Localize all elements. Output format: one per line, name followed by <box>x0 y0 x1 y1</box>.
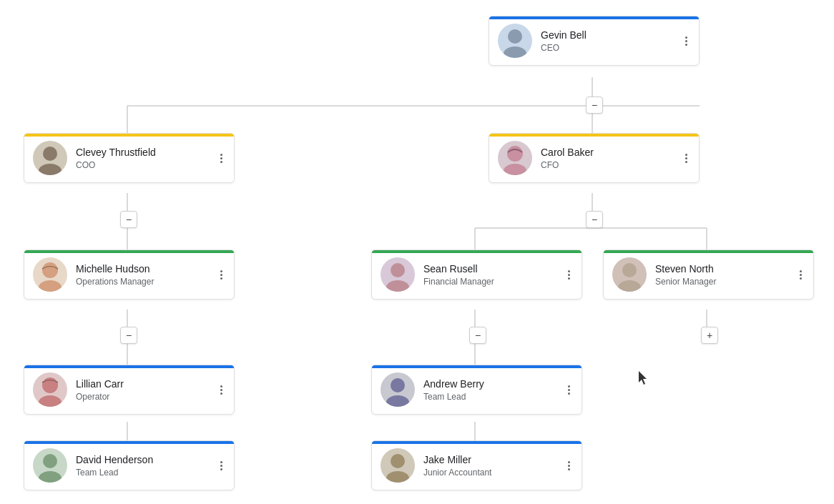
node-info-clevey: Clevey Thrustfield COO <box>76 146 217 170</box>
node-lillian-carr[interactable]: Lillian Carr Operator <box>24 365 235 415</box>
toggle-btn-1[interactable]: − <box>586 97 603 114</box>
node-title-lillian: Operator <box>76 392 217 402</box>
node-menu-carol[interactable] <box>682 151 690 166</box>
node-menu-david[interactable] <box>217 458 225 473</box>
svg-point-18 <box>508 29 522 44</box>
node-info-steven: Steven North Senior Manager <box>655 262 797 287</box>
node-menu-clevey[interactable] <box>217 151 225 166</box>
avatar-andrew <box>381 372 415 407</box>
node-steven-north[interactable]: Steven North Senior Manager <box>603 249 814 300</box>
svg-point-22 <box>507 146 523 162</box>
avatar-lillian <box>33 372 67 407</box>
org-chart: Gevin Bell CEO − Clevey Thrustfield COO … <box>0 0 834 504</box>
node-title-carol: CFO <box>541 160 682 170</box>
node-title-michelle: Operations Manager <box>76 277 217 287</box>
node-sean-rusell[interactable]: Sean Rusell Financial Manager <box>371 249 582 300</box>
node-jake-miller[interactable]: Jake Miller Junior Accountant <box>371 440 582 490</box>
node-name-gevin: Gevin Bell <box>541 29 682 41</box>
toggle-btn-5[interactable]: − <box>469 327 486 344</box>
svg-point-35 <box>39 471 62 483</box>
node-name-jake: Jake Miller <box>423 453 565 466</box>
svg-point-36 <box>391 454 405 468</box>
toggle-btn-3[interactable]: − <box>586 211 603 228</box>
node-menu-jake[interactable] <box>565 458 573 473</box>
svg-point-29 <box>618 280 641 292</box>
node-name-steven: Steven North <box>655 262 797 275</box>
cursor <box>639 371 647 384</box>
node-info-david: David Henderson Team Lead <box>76 453 217 478</box>
avatar-jake <box>381 448 415 483</box>
node-menu-andrew[interactable] <box>565 382 573 397</box>
node-menu-steven[interactable] <box>797 267 805 282</box>
node-info-jake: Jake Miller Junior Accountant <box>423 453 565 478</box>
node-name-michelle: Michelle Hudson <box>76 262 217 275</box>
node-andrew-berry[interactable]: Andrew Berry Team Lead <box>371 365 582 415</box>
node-name-carol: Carol Baker <box>541 146 682 159</box>
node-info-andrew: Andrew Berry Team Lead <box>423 377 565 402</box>
node-title-andrew: Team Lead <box>423 392 565 402</box>
svg-point-32 <box>391 378 405 392</box>
avatar-carol <box>498 141 532 175</box>
node-david-henderson[interactable]: David Henderson Team Lead <box>24 440 235 490</box>
node-info-carol: Carol Baker CFO <box>541 146 682 170</box>
avatar-clevey <box>33 141 67 175</box>
node-name-lillian: Lillian Carr <box>76 377 217 390</box>
toggle-symbol-5: − <box>475 330 481 341</box>
node-michelle-hudson[interactable]: Michelle Hudson Operations Manager <box>24 249 235 300</box>
svg-point-26 <box>391 263 405 277</box>
svg-point-28 <box>622 263 637 277</box>
node-name-david: David Henderson <box>76 453 217 466</box>
avatar-steven <box>612 257 647 292</box>
node-name-sean: Sean Rusell <box>423 262 565 275</box>
avatar-michelle <box>33 257 67 292</box>
toggle-btn-6[interactable]: + <box>701 327 718 344</box>
toggle-symbol-2: − <box>126 214 132 225</box>
svg-point-33 <box>386 395 409 407</box>
toggle-btn-2[interactable]: − <box>120 211 137 228</box>
svg-point-24 <box>42 262 58 278</box>
node-info-lillian: Lillian Carr Operator <box>76 377 217 402</box>
node-menu-michelle[interactable] <box>217 267 225 282</box>
svg-point-34 <box>43 454 57 468</box>
avatar-david <box>33 448 67 483</box>
svg-point-31 <box>39 395 62 407</box>
node-name-andrew: Andrew Berry <box>423 377 565 390</box>
node-clevey-thrustfield[interactable]: Clevey Thrustfield COO <box>24 133 235 183</box>
toggle-symbol-6: + <box>707 330 712 341</box>
node-menu-gevin[interactable] <box>682 34 690 49</box>
avatar-gevin <box>498 24 532 58</box>
node-title-david: Team Lead <box>76 468 217 478</box>
node-menu-lillian[interactable] <box>217 382 225 397</box>
node-title-clevey: COO <box>76 160 217 170</box>
svg-point-20 <box>43 147 57 161</box>
node-title-jake: Junior Accountant <box>423 468 565 478</box>
toggle-symbol-3: − <box>592 214 597 225</box>
node-info-michelle: Michelle Hudson Operations Manager <box>76 262 217 287</box>
node-title-sean: Financial Manager <box>423 277 565 287</box>
node-info-sean: Sean Rusell Financial Manager <box>423 262 565 287</box>
node-title-gevin: CEO <box>541 43 682 53</box>
svg-point-21 <box>39 164 62 175</box>
svg-point-19 <box>504 46 526 58</box>
svg-point-27 <box>386 280 409 292</box>
node-gevin-bell[interactable]: Gevin Bell CEO <box>489 16 700 66</box>
avatar-sean <box>381 257 415 292</box>
node-menu-sean[interactable] <box>565 267 573 282</box>
svg-point-37 <box>386 471 409 483</box>
svg-point-23 <box>504 164 526 175</box>
node-name-clevey: Clevey Thrustfield <box>76 146 217 159</box>
svg-point-25 <box>39 280 62 292</box>
toggle-btn-4[interactable]: − <box>120 327 137 344</box>
node-info-gevin: Gevin Bell CEO <box>541 29 682 53</box>
node-title-steven: Senior Manager <box>655 277 797 287</box>
toggle-symbol-1: − <box>592 99 597 111</box>
toggle-symbol-4: − <box>126 330 132 341</box>
node-carol-baker[interactable]: Carol Baker CFO <box>489 133 700 183</box>
